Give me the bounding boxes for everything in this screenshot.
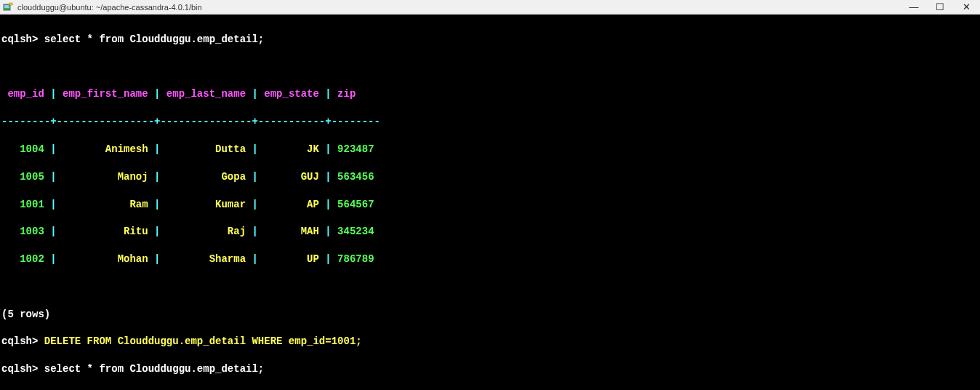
blank-line	[1, 60, 979, 74]
window-buttons: — ☐ ✕	[907, 1, 977, 12]
col-emp-state: emp_state	[258, 88, 325, 100]
query-line-2: cqlsh> DELETE FROM Cloudduggu.emp_detail…	[1, 335, 979, 349]
query-line-3: cqlsh> select * from Cloudduggu.emp_deta…	[1, 362, 979, 376]
col-emp-id: emp_id	[1, 88, 50, 100]
blank-line	[1, 280, 979, 294]
col-emp-last-name: emp_last_name	[160, 88, 252, 100]
table-header-1: emp_id | emp_first_name | emp_last_name …	[1, 87, 979, 101]
terminal[interactable]: cqlsh> select * from Cloudduggu.emp_deta…	[0, 15, 980, 390]
window-titlebar: cloudduggu@ubuntu: ~/apache-cassandra-4.…	[0, 0, 980, 15]
close-button[interactable]: ✕	[960, 1, 973, 12]
prompt: cqlsh>	[1, 33, 44, 45]
window-title: cloudduggu@ubuntu: ~/apache-cassandra-4.…	[17, 3, 907, 12]
col-zip: zip	[332, 88, 356, 100]
table-row: 1005 | Manoj | Gopa | GUJ | 563456	[1, 170, 979, 184]
rowcount-1: (5 rows)	[1, 308, 979, 322]
prompt: cqlsh>	[1, 363, 44, 375]
col-emp-first-name: emp_first_name	[57, 88, 154, 100]
prompt: cqlsh>	[1, 335, 44, 347]
table-row: 1003 | Ritu | Raj | MAH | 345234	[1, 225, 979, 239]
delete-query: DELETE FROM Cloudduggu.emp_detail WHERE …	[44, 335, 362, 347]
maximize-button[interactable]: ☐	[933, 1, 947, 12]
table-divider: --------+----------------+--------------…	[1, 115, 979, 129]
select-query-1: select * from Cloudduggu.emp_detail;	[44, 33, 264, 45]
table-row: 1001 | Ram | Kumar | AP | 564567	[1, 198, 979, 212]
query-line-1: cqlsh> select * from Cloudduggu.emp_deta…	[1, 33, 979, 47]
minimize-button[interactable]: —	[907, 1, 920, 12]
putty-icon	[3, 2, 13, 12]
table-row: 1004 | Animesh | Dutta | JK | 923487	[1, 143, 979, 156]
select-query-2: select * from Cloudduggu.emp_detail;	[44, 363, 264, 375]
svg-rect-2	[9, 3, 12, 5]
table-row: 1002 | Mohan | Sharma | UP | 786789	[1, 252, 979, 266]
